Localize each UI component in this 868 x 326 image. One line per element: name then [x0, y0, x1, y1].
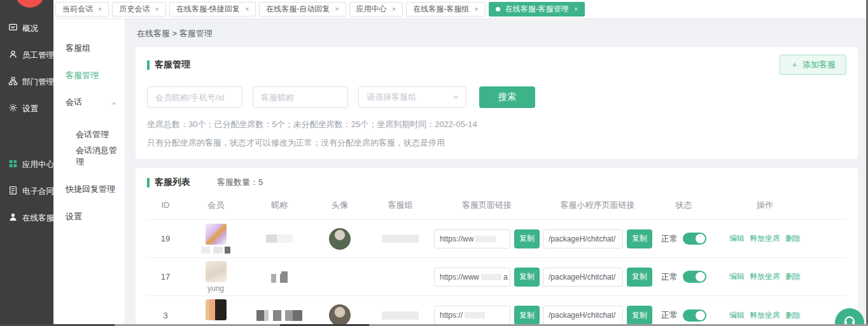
mini-link-text: /packageH/chitchat/ — [549, 234, 615, 243]
close-icon[interactable]: × — [155, 6, 158, 13]
member-search-input[interactable] — [147, 86, 242, 108]
edit-link[interactable]: 编辑 — [729, 310, 745, 321]
copy-page-link-button[interactable]: 复制 — [514, 229, 540, 248]
tab-label: 在线客服-客服组 — [413, 4, 469, 15]
copy-mini-link-button[interactable]: 复制 — [627, 306, 652, 325]
primary-sidebar: 概况 员工管理 部门管理 设置 应用中心 电子合同 — [0, 0, 53, 326]
col-avatar: 头像 — [311, 200, 368, 211]
tab-app-center[interactable]: 应用中心× — [349, 2, 403, 17]
sidebar-spacer — [0, 122, 53, 151]
sidebar-item-label: 设置 — [22, 104, 38, 114]
copy-mini-link-button[interactable]: 复制 — [627, 268, 652, 287]
app-logo — [15, 0, 45, 8]
submenu-item-session-message[interactable]: 会话消息管理 — [53, 146, 125, 167]
copy-mini-link-button[interactable]: 复制 — [627, 229, 652, 248]
submenu-item-settings[interactable]: 设置 — [53, 203, 125, 231]
redacted-group — [382, 234, 419, 243]
chevron-down-icon — [452, 93, 459, 102]
sidebar-item-app-center[interactable]: 应用中心 — [0, 151, 53, 178]
sidebar-item-overview[interactable]: 概况 — [0, 15, 53, 42]
submenu-label: 会话 — [66, 97, 82, 108]
delete-link[interactable]: 删除 — [785, 271, 801, 282]
section-accent-bar — [147, 178, 150, 187]
tab-quick-reply[interactable]: 在线客服-快捷回复× — [169, 2, 256, 17]
mini-link-input[interactable]: /packageH/chitchat/ — [543, 229, 623, 248]
app-window: 概况 员工管理 部门管理 设置 应用中心 电子合同 — [0, 0, 868, 326]
mini-link-input[interactable]: /packageH/chitchat/ — [543, 268, 623, 287]
sidebar-item-contract[interactable]: 电子合同 — [0, 178, 53, 205]
edit-link[interactable]: 编辑 — [729, 271, 745, 282]
status-toggle[interactable] — [683, 309, 706, 322]
submenu-label: 快捷回复管理 — [66, 184, 115, 195]
sidebar-item-staff[interactable]: 员工管理 — [0, 42, 53, 69]
panel-title: 客服管理 — [155, 59, 190, 71]
delete-link[interactable]: 删除 — [785, 310, 801, 321]
tab-auto-reply[interactable]: 在线客服-自动回复× — [259, 2, 346, 17]
redacted-link — [465, 312, 485, 318]
chevron-up-icon — [111, 99, 117, 109]
row-id: 3 — [147, 311, 184, 320]
release-seat-link[interactable]: 释放坐席 — [750, 233, 780, 244]
close-icon[interactable]: × — [474, 6, 478, 13]
submenu-item-service-manage[interactable]: 客服管理 — [53, 62, 125, 90]
col-member: 会员 — [184, 200, 248, 211]
col-mini-link: 客服小程序页面链接 — [542, 200, 654, 211]
page-link-text: https:// — [440, 311, 463, 320]
nickname-search-input[interactable] — [253, 86, 348, 108]
close-icon[interactable]: × — [335, 6, 339, 13]
sidebar-item-department[interactable]: 部门管理 — [0, 69, 53, 95]
gear-icon — [8, 103, 18, 114]
app-center-icon — [8, 159, 18, 170]
submenu-item-quick-reply-manage[interactable]: 快捷回复管理 — [53, 176, 125, 203]
active-dot — [496, 7, 500, 11]
close-icon[interactable]: × — [574, 6, 578, 13]
tab-history-session[interactable]: 历史会话× — [112, 2, 165, 17]
status-toggle[interactable] — [683, 233, 706, 245]
submenu-item-service-group[interactable]: 客服组 — [53, 35, 125, 62]
tab-current-session[interactable]: 当前会话× — [55, 2, 109, 17]
sidebar-item-label: 员工管理 — [22, 50, 53, 61]
edit-link[interactable]: 编辑 — [729, 233, 745, 244]
sidebar-item-label: 在线客服 — [22, 213, 53, 224]
member-cell — [201, 224, 230, 254]
table-row: 3 zora https:// 复制 /packa — [147, 296, 846, 326]
redacted-nickname — [256, 310, 302, 321]
close-icon[interactable]: × — [392, 6, 396, 13]
sidebar-item-settings[interactable]: 设置 — [0, 95, 53, 122]
submenu-label: 客服管理 — [66, 70, 99, 81]
close-icon[interactable]: × — [245, 6, 249, 13]
page-link-text: https://www — [440, 273, 479, 282]
page-link-input[interactable]: https://wwwa — [434, 268, 510, 287]
submenu-item-session-manage[interactable]: 会话管理 — [53, 124, 125, 146]
close-icon[interactable]: × — [98, 6, 102, 13]
service-group-select[interactable]: 请选择客服组 — [358, 86, 466, 108]
avatar — [329, 228, 351, 250]
release-seat-link[interactable]: 释放坐席 — [750, 310, 780, 321]
release-seat-link[interactable]: 释放坐席 — [750, 271, 780, 282]
add-service-button[interactable]: ＋ 添加客服 — [780, 55, 846, 75]
table-row: 17 yung https://wwwa 复制 / — [147, 258, 846, 296]
service-manage-panel: 客服管理 ＋ 添加客服 请选择客服组 搜索 — [136, 47, 858, 159]
page-link-input[interactable]: https://ww — [434, 229, 510, 248]
delete-link[interactable]: 删除 — [785, 233, 801, 244]
secondary-sidebar: 客服组 客服管理 会话 会话管理 会话消息管理 快捷回复管理 设置 — [53, 19, 125, 326]
submenu-label: 客服组 — [66, 43, 90, 54]
copy-page-link-button[interactable]: 复制 — [514, 268, 540, 287]
tab-label: 在线客服-快捷回复 — [176, 4, 240, 15]
col-actions: 操作 — [714, 200, 816, 211]
sidebar-item-online-service[interactable]: 在线客服 — [0, 205, 53, 231]
list-title: 客服列表 — [155, 177, 190, 188]
search-button[interactable]: 搜索 — [479, 86, 535, 108]
tab-service-manage-active[interactable]: 在线客服-客服管理× — [489, 2, 585, 17]
member-avatar — [206, 224, 227, 245]
submenu-item-session[interactable]: 会话 — [53, 90, 125, 115]
seat-stats-text: 坐席总数：30个；已分配坐席数：5个；未分配坐席数：25个；坐席到期时间：202… — [147, 119, 846, 130]
page-link-input[interactable]: https:// — [434, 306, 510, 325]
tab-service-group[interactable]: 在线客服-客服组× — [406, 2, 485, 17]
copy-page-link-button[interactable]: 复制 — [514, 306, 540, 325]
mini-link-input[interactable]: /packageH/chitchat/ — [543, 306, 623, 325]
tab-label: 在线客服-客服管理 — [505, 4, 569, 15]
status-toggle[interactable] — [683, 271, 706, 283]
tab-bar: 当前会话× 历史会话× 在线客服-快捷回复× 在线客服-自动回复× 应用中心× … — [53, 0, 868, 19]
status-label: 正常 — [661, 271, 678, 283]
